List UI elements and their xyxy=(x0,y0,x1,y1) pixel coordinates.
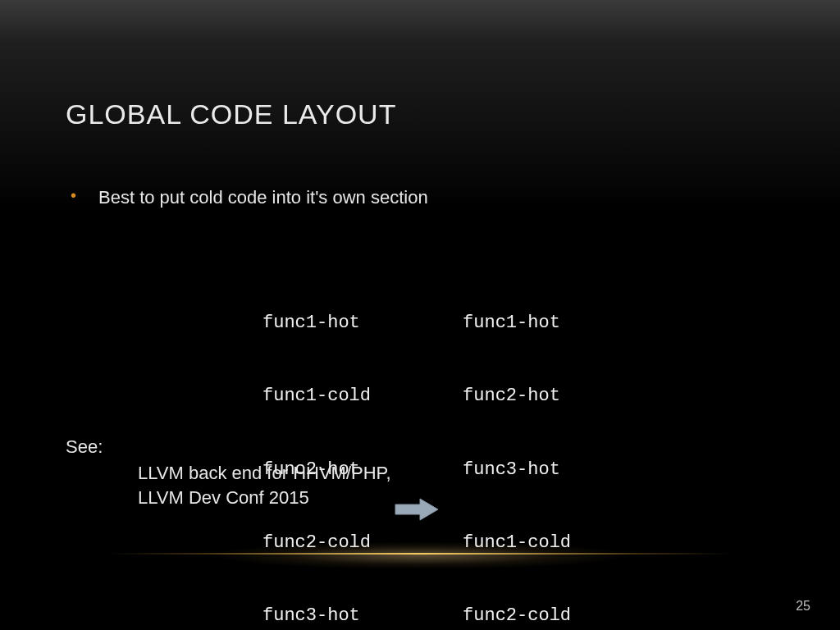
code-line: func2-hot xyxy=(463,384,571,409)
see-label: See: xyxy=(66,436,103,458)
code-line: func1-cold xyxy=(262,384,371,409)
slide-title: GLOBAL CODE LAYOUT xyxy=(66,98,396,130)
slide: GLOBAL CODE LAYOUT Best to put cold code… xyxy=(0,0,840,630)
arrow-right-icon xyxy=(394,497,440,522)
code-line: func3-hot xyxy=(262,604,371,628)
code-line: func1-hot xyxy=(463,311,571,336)
code-line: func2-cold xyxy=(463,604,571,628)
code-column-right: func1-hot func2-hot func3-hot func1-cold… xyxy=(463,262,571,630)
reference-line: LLVM Dev Conf 2015 xyxy=(138,486,391,510)
references-block: LLVM back end for HHVM/PHP, LLVM Dev Con… xyxy=(138,461,391,509)
code-line: func1-hot xyxy=(262,311,371,336)
code-comparison: func1-hot func1-cold func2-hot func2-col… xyxy=(262,262,571,630)
code-line: func1-cold xyxy=(463,531,571,555)
bullet-item: Best to put cold code into it's own sect… xyxy=(66,187,428,208)
code-line: func3-hot xyxy=(463,458,571,482)
reference-line: LLVM back end for HHVM/PHP, xyxy=(138,461,391,486)
bullet-list: Best to put cold code into it's own sect… xyxy=(66,187,428,208)
page-number: 25 xyxy=(796,599,810,614)
code-column-left: func1-hot func1-cold func2-hot func2-col… xyxy=(262,262,371,630)
code-line: func2-cold xyxy=(262,531,371,555)
